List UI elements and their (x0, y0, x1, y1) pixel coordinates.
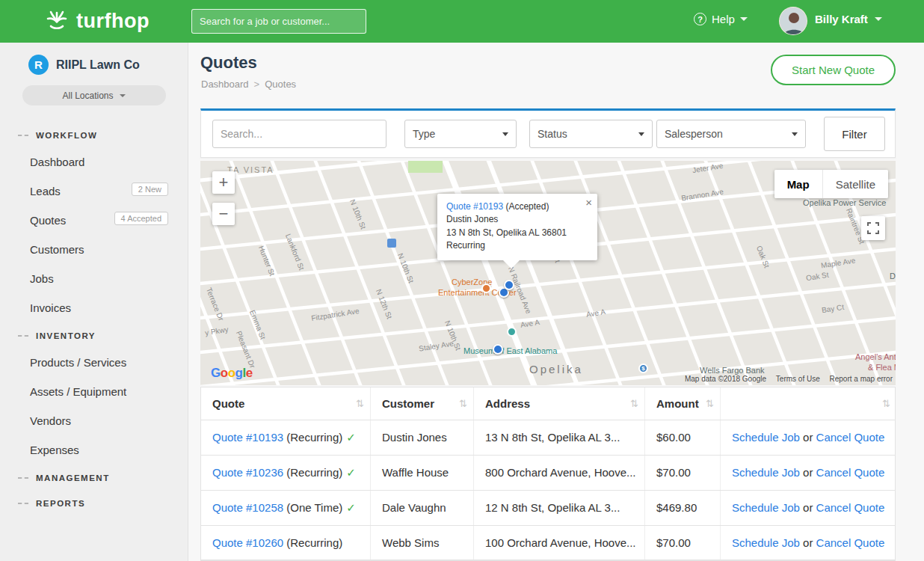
sidebar-item-products-services[interactable]: Products / Services (0, 348, 188, 377)
nav-label: Invoices (30, 301, 71, 314)
chevron-down-icon (875, 17, 882, 21)
section-management[interactable]: MANAGEMENT (0, 465, 188, 490)
or-text: or (803, 466, 813, 479)
sort-icon[interactable]: ⇅ (630, 398, 638, 409)
cancel-quote-link[interactable]: Cancel Quote (816, 501, 885, 514)
google-letter: G (211, 366, 221, 380)
schedule-job-link[interactable]: Schedule Job (732, 536, 800, 549)
sidebar-item-expenses[interactable]: Expenses (0, 435, 188, 465)
fullscreen-icon (867, 222, 879, 234)
user-menu[interactable]: Billy Kraft (815, 13, 882, 25)
avatar[interactable] (779, 7, 807, 35)
logo[interactable]: turfhop (43, 6, 150, 36)
start-new-quote-button[interactable]: Start New Quote (771, 55, 896, 85)
table-header-row: Quote⇅ Customer⇅ Address⇅ Amount⇅ ⇅ (201, 387, 895, 420)
global-search-input[interactable] (191, 9, 366, 34)
filter-button[interactable]: Filter (824, 117, 885, 151)
salesperson-select[interactable]: Salesperson (656, 120, 806, 148)
col-label: Customer (382, 397, 434, 410)
quote-link[interactable]: Quote #10260 (212, 536, 283, 549)
sidebar-item-vendors[interactable]: Vendors (0, 406, 188, 435)
sidebar-item-dashboard[interactable]: Dashboard (0, 147, 188, 177)
section-workflow: WORKFLOW (0, 122, 188, 147)
quotes-search-input[interactable] (212, 120, 386, 148)
chevron-down-icon (792, 132, 798, 136)
info-address: 13 N 8th St, Opelika AL 36801 (446, 227, 588, 239)
map-attribution: Map data ©2018 Google Terms of Use Repor… (677, 375, 893, 383)
google-logo[interactable]: Google (211, 366, 253, 381)
nav-label: Expenses (30, 444, 79, 456)
cancel-quote-link[interactable]: Cancel Quote (816, 536, 885, 549)
table-row: Quote #10260 (Recurring) Webb Sims 100 O… (201, 526, 895, 560)
terms-of-use-link[interactable]: Terms of Use (776, 375, 820, 383)
section-label: INVENTORY (36, 331, 96, 340)
chevron-down-icon (638, 132, 644, 136)
section-reports[interactable]: REPORTS (0, 490, 188, 515)
or-text: or (803, 431, 813, 444)
sort-icon[interactable]: ⇅ (459, 398, 467, 409)
sidebar-item-invoices[interactable]: Invoices (0, 293, 188, 322)
help-menu[interactable]: ? Help (694, 13, 748, 25)
page: turfhop ? Help Billy Kraft R RIIPL Lawn … (0, 0, 924, 561)
sort-icon[interactable]: ⇅ (356, 398, 364, 409)
report-map-error-link[interactable]: Report a map error (830, 375, 893, 383)
cancel-quote-link[interactable]: Cancel Quote (816, 431, 885, 444)
chevron-down-icon (502, 132, 508, 136)
sidebar-item-leads[interactable]: Leads 2 New (0, 177, 188, 206)
app-title: turfhop (76, 10, 150, 33)
nav-label: Jobs (30, 272, 54, 285)
schedule-job-link[interactable]: Schedule Job (732, 431, 800, 444)
sidebar-nav: WORKFLOW Dashboard Leads 2 New Quotes 4 … (0, 122, 188, 515)
sidebar-item-jobs[interactable]: Jobs (0, 264, 188, 293)
quote-link[interactable]: Quote #10193 (212, 431, 283, 444)
schedule-job-link[interactable]: Schedule Job (732, 501, 800, 514)
col-header-address: Address⇅ (474, 387, 645, 420)
satellite-view-button[interactable]: Satellite (823, 170, 888, 198)
actions-cell: Schedule Job or Cancel Quote (721, 456, 896, 490)
google-letter: g (235, 366, 243, 380)
sidebar-item-customers[interactable]: Customers (0, 235, 188, 264)
status-select[interactable]: Status (529, 120, 653, 148)
quote-link[interactable]: Quote #10258 (212, 501, 283, 514)
sidebar-item-quotes[interactable]: Quotes 4 Accepted (0, 206, 188, 235)
amount-cell: $469.80 (645, 491, 721, 525)
map-canvas[interactable]: TA VISTA Jeter Ave Brannon Ave Opelika P… (200, 161, 896, 385)
cancel-quote-link[interactable]: Cancel Quote (816, 466, 885, 479)
schedule-job-link[interactable]: Schedule Job (732, 466, 800, 479)
company[interactable]: R RIIPL Lawn Co (0, 43, 188, 75)
quote-map-pin[interactable] (493, 344, 503, 355)
locations-dropdown[interactable]: All Locations (22, 85, 166, 105)
address-cell: 13 N 8th St, Opelika AL 3... (474, 420, 645, 455)
sort-icon[interactable]: ⇅ (882, 398, 890, 409)
quote-link[interactable]: Quote #10236 (212, 466, 283, 479)
sidebar-item-assets-equipment[interactable]: Assets / Equipment (0, 377, 188, 406)
or-text: or (803, 501, 813, 514)
type-select[interactable]: Type (404, 120, 517, 148)
map-view-button[interactable]: Map (774, 170, 823, 198)
quotes-table: Quote⇅ Customer⇅ Address⇅ Amount⇅ ⇅ Quot… (200, 387, 896, 561)
info-quote-link[interactable]: Quote #10193 (446, 201, 503, 212)
breadcrumb-dashboard[interactable]: Dashboard (201, 79, 249, 90)
sort-icon[interactable]: ⇅ (706, 398, 714, 409)
zoom-out-button[interactable]: − (212, 203, 235, 225)
table-row: Quote #10236 (Recurring)✓ Waffle House 8… (201, 456, 895, 491)
dash-icon (18, 477, 28, 479)
customer-cell: Dustin Jones (371, 420, 474, 455)
address-cell: 800 Orchard Avenue, Hoove... (474, 456, 645, 490)
quote-map-pin[interactable] (504, 280, 514, 290)
accepted-check-icon: ✓ (346, 466, 356, 479)
filter-bar: Type Status Salesperson Filter (200, 108, 896, 158)
page-title: Quotes (200, 53, 257, 73)
chevron-down-icon (120, 94, 126, 97)
info-frequency: Recurring (446, 239, 588, 252)
quote-type: (Recurring) (286, 536, 342, 549)
nav-label: Quotes (30, 214, 66, 227)
customer-cell: Waffle House (371, 456, 474, 490)
map-type-control: Map Satellite (774, 170, 888, 198)
actions-cell: Schedule Job or Cancel Quote (721, 420, 896, 455)
close-icon[interactable]: × (585, 197, 592, 208)
quote-type: (Recurring) (286, 431, 342, 444)
fullscreen-button[interactable] (861, 216, 885, 240)
zoom-in-button[interactable]: + (212, 171, 235, 194)
col-header-actions: ⇅ (721, 387, 896, 420)
